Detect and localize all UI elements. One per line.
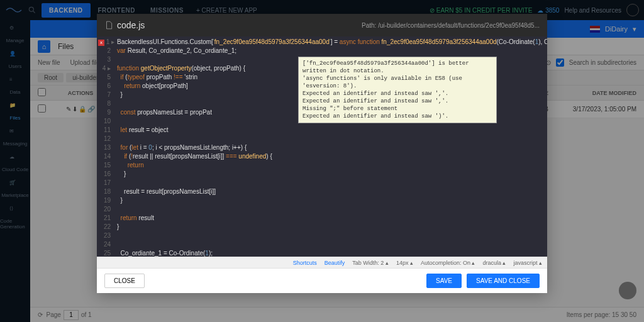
gutter: x 1 ▸ 2 3 4 ▸ 5 6 7 8 9 10 11 12 13 14 1… (97, 36, 114, 257)
font-size[interactable]: 14px ▴ (396, 260, 413, 266)
modal-title: code.js (117, 20, 145, 30)
lang[interactable]: javascript ▴ (513, 260, 542, 266)
file-icon (104, 21, 113, 30)
editor-status-bar: Shortcuts Beautify Tab Width: 2 ▴ 14px ▴… (97, 257, 547, 268)
code-editor[interactable]: x 1 ▸ 2 3 4 ▸ 5 6 7 8 9 10 11 12 13 14 1… (97, 36, 547, 257)
beautify-link[interactable]: Beautify (325, 260, 345, 266)
tab-width[interactable]: Tab Width: 2 ▴ (352, 260, 389, 266)
save-button[interactable]: SAVE (426, 274, 462, 288)
code-editor-modal: code.js Path: /ui-builder/containers/def… (97, 14, 547, 293)
lint-tooltip: ['fn_2ec9f0ea95f48d5979a3f256344aa00d'] … (298, 57, 497, 123)
autocomplete[interactable]: Autocompletion: On ▴ (421, 260, 475, 266)
shortcuts-link[interactable]: Shortcuts (293, 260, 317, 266)
close-button[interactable]: CLOSE (104, 274, 145, 288)
modal-footer: CLOSE SAVE SAVE AND CLOSE (97, 268, 547, 293)
theme[interactable]: dracula ▴ (482, 260, 506, 266)
modal-header: code.js Path: /ui-builder/containers/def… (97, 14, 547, 36)
save-close-button[interactable]: SAVE AND CLOSE (467, 274, 540, 288)
chat-fab[interactable] (619, 282, 636, 299)
modal-path: Path: /ui-builder/containers/default/fun… (362, 22, 540, 29)
